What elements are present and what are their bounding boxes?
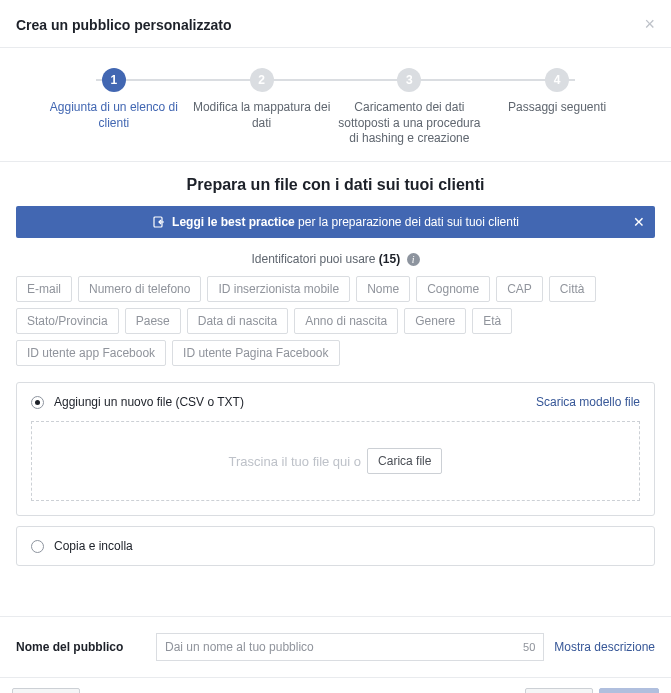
info-icon[interactable]: i: [407, 253, 420, 266]
audience-name-label: Nome del pubblico: [16, 640, 146, 654]
modal-title: Crea un pubblico personalizzato: [16, 17, 231, 33]
file-dropzone[interactable]: Trascina il tuo file qui o Carica file: [31, 421, 640, 501]
best-practice-banner[interactable]: Leggi le best practice per la preparazio…: [16, 206, 655, 238]
dropzone-text: Trascina il tuo file qui o: [229, 454, 361, 469]
section-title: Prepara un file con i dati sui tuoi clie…: [16, 176, 655, 194]
option-copy-header[interactable]: Copia e incolla: [17, 527, 654, 565]
option-copy-paste: Copia e incolla: [16, 526, 655, 566]
step-circle: 3: [397, 68, 421, 92]
identifier-tag[interactable]: E-mail: [16, 276, 72, 302]
step-circle: 1: [102, 68, 126, 92]
identifier-tag[interactable]: Paese: [125, 308, 181, 334]
audience-name-input-wrap: 50: [156, 633, 544, 661]
option-upload-header[interactable]: Aggiungi un nuovo file (CSV o TXT) Scari…: [17, 383, 654, 421]
step-label: Aggiunta di un elenco di clienti: [40, 100, 188, 131]
footer: Annulla Indietro Avanti: [0, 677, 671, 693]
show-description-link[interactable]: Mostra descrizione: [554, 640, 655, 654]
step-label: Modifica la mappatura dei dati: [188, 100, 336, 131]
identifiers-header: Identificatori puoi usare (15) i: [16, 252, 655, 266]
identifier-tag[interactable]: CAP: [496, 276, 543, 302]
cancel-button[interactable]: Annulla: [12, 688, 80, 693]
identifiers-count: (15): [379, 252, 400, 266]
step-circle: 4: [545, 68, 569, 92]
identifier-tag[interactable]: Età: [472, 308, 512, 334]
identifier-tag[interactable]: Genere: [404, 308, 466, 334]
import-icon: [152, 215, 166, 229]
content: Prepara un file con i dati sui tuoi clie…: [0, 162, 671, 616]
footer-right: Indietro Avanti: [525, 688, 659, 693]
option-copy-label: Copia e incolla: [54, 539, 640, 553]
option-upload-file: Aggiungi un nuovo file (CSV o TXT) Scari…: [16, 382, 655, 516]
audience-name-row: Nome del pubblico 50 Mostra descrizione: [0, 616, 671, 677]
identifier-tag[interactable]: ID inserzionista mobile: [207, 276, 350, 302]
spacer: [16, 576, 655, 616]
identifier-tag[interactable]: Città: [549, 276, 596, 302]
identifiers-label: Identificatori puoi usare: [251, 252, 378, 266]
radio-upload[interactable]: [31, 396, 44, 409]
identifier-tag[interactable]: Nome: [356, 276, 410, 302]
modal-header: Crea un pubblico personalizzato ×: [0, 0, 671, 48]
step-circle: 2: [250, 68, 274, 92]
download-template-link[interactable]: Scarica modello file: [536, 395, 640, 409]
identifier-tag[interactable]: Data di nascita: [187, 308, 288, 334]
identifier-tags: E-mailNumero di telefonoID inserzionista…: [16, 276, 655, 366]
radio-copy-paste[interactable]: [31, 540, 44, 553]
next-button[interactable]: Avanti: [599, 688, 659, 693]
audience-name-input[interactable]: [165, 640, 523, 654]
identifier-tag[interactable]: Cognome: [416, 276, 490, 302]
upload-file-button[interactable]: Carica file: [367, 448, 442, 474]
back-button[interactable]: Indietro: [525, 688, 593, 693]
option-upload-label: Aggiungi un nuovo file (CSV o TXT): [54, 395, 536, 409]
stepper: 1 Aggiunta di un elenco di clienti 2 Mod…: [0, 48, 671, 162]
identifier-tag[interactable]: Numero di telefono: [78, 276, 201, 302]
close-banner-icon[interactable]: ✕: [633, 214, 645, 230]
identifier-tag[interactable]: Stato/Provincia: [16, 308, 119, 334]
close-icon[interactable]: ×: [644, 14, 655, 35]
char-count: 50: [523, 641, 535, 653]
identifier-tag[interactable]: ID utente app Facebook: [16, 340, 166, 366]
identifier-tag[interactable]: ID utente Pagina Facebook: [172, 340, 339, 366]
banner-text: Leggi le best practice per la preparazio…: [172, 215, 519, 229]
step-connector: [96, 79, 575, 81]
step-label: Passaggi seguenti: [508, 100, 606, 116]
step-label: Caricamento dei dati sottoposti a una pr…: [336, 100, 484, 147]
identifier-tag[interactable]: Anno di nascita: [294, 308, 398, 334]
